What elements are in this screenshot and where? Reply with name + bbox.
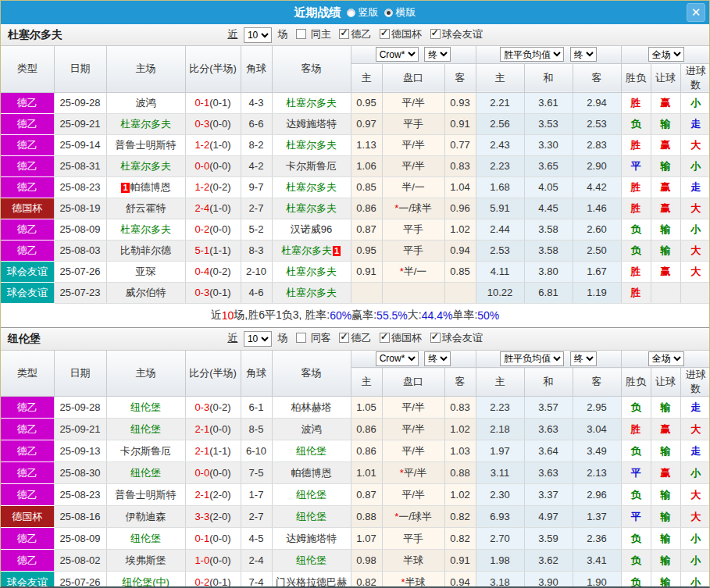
type-cell: 德乙	[1, 397, 54, 419]
score-cell: 0-4(0-2)	[185, 261, 241, 282]
match-row: 德乙25-08-09杜塞尔多夫0-2(0-0)5-2汉诺威960.87平手1.0…	[1, 219, 710, 240]
match-row: 球会友谊25-07-23威尔伯特0-3(0-1)4-6杜塞尔多夫10.226.8…	[1, 282, 710, 303]
close-button[interactable]: ✕	[687, 3, 705, 22]
avg-win-cell: 3.18	[476, 572, 524, 588]
odds-stage-select[interactable]: 终	[424, 351, 451, 366]
filter-league2-checkbox[interactable]	[339, 29, 349, 39]
wdl-avg-select[interactable]: 胜平负均值	[500, 351, 564, 366]
score-cell: 0-1(0-0)	[185, 528, 241, 550]
odds-home-cell: 1.05	[351, 397, 382, 419]
filter-cup-checkbox[interactable]	[380, 333, 390, 343]
outcome-cell: 平	[621, 506, 651, 528]
team-name: 纽伦堡	[8, 332, 41, 346]
avg-draw-cell: 3.90	[524, 572, 573, 588]
type-cell: 德乙	[1, 550, 54, 572]
avg-draw-cell: 3.63	[524, 462, 573, 484]
handicap-outcome-cell: 赢	[651, 419, 680, 440]
bookmaker-group: Crow* 终	[351, 46, 476, 63]
score-cell: 5-1(1-1)	[185, 240, 241, 261]
outcome-cell: 胜	[621, 134, 651, 155]
corners-cell: 7-4	[241, 572, 272, 588]
sub-avg-lose: 客	[573, 368, 621, 397]
odds-home-cell: 0.86	[351, 440, 382, 462]
avg-win-cell: 6.93	[476, 506, 524, 528]
odds-home-cell: 0.91	[351, 261, 382, 282]
avg-win-cell: 2.56	[476, 113, 524, 134]
summary-segment: 大:	[408, 308, 422, 323]
filter-friendly-checkbox[interactable]	[430, 333, 441, 343]
avg-draw-cell: 4.45	[524, 198, 573, 219]
wdl-stage-select[interactable]: 终	[570, 351, 597, 366]
away-team-cell: 杜塞尔多夫	[272, 282, 351, 303]
outcome-cell: 负	[621, 440, 651, 462]
type-cell: 德乙	[1, 419, 54, 440]
corners-cell: 9-7	[241, 176, 272, 198]
corners-cell: 8-3	[241, 240, 272, 261]
home-team-cell: 纽伦堡	[106, 528, 185, 550]
filter-league2-checkbox[interactable]	[339, 333, 349, 343]
same-venue-checkbox[interactable]	[296, 333, 306, 343]
bookmaker-select[interactable]: Crow*	[376, 351, 419, 366]
date-cell: 25-08-09	[54, 528, 106, 550]
home-team-cell: 纽伦堡	[106, 419, 185, 440]
avg-win-cell: 2.23	[476, 397, 524, 419]
odds-stage-select[interactable]: 终	[424, 47, 451, 62]
score-cell: 2-1(2-0)	[185, 484, 241, 506]
corners-cell: 4-3	[241, 92, 272, 113]
outcome-cell: 平	[621, 155, 651, 176]
wdl-avg-select[interactable]: 胜平负均值	[500, 47, 564, 62]
home-team-cell: 威尔伯特	[106, 282, 185, 303]
avg-win-cell: 2.44	[476, 219, 524, 240]
match-count-select[interactable]: 10	[244, 331, 272, 347]
layout-radio-vertical[interactable]: 竖版	[347, 5, 379, 20]
odds-home-cell: 0.88	[351, 506, 382, 528]
odds-home-cell	[351, 282, 382, 303]
same-venue-checkbox[interactable]	[296, 29, 306, 39]
filter-cup-checkbox[interactable]	[380, 29, 390, 39]
date-cell: 25-08-31	[54, 155, 106, 176]
home-team-cell: 普鲁士明斯特	[106, 484, 185, 506]
outcome-cell: 负	[621, 550, 651, 572]
type-cell: 德乙	[1, 528, 54, 550]
close-icon: ✕	[691, 5, 701, 20]
type-cell: 球会友谊	[1, 572, 54, 588]
odds-away-cell: 1.04	[444, 176, 476, 198]
filter-friendly-checkbox[interactable]	[430, 29, 441, 39]
sub-handicap-outcome: 让球	[651, 368, 680, 397]
avg-win-cell: 2.21	[476, 92, 524, 113]
home-team-cell: 杜塞尔多夫	[106, 219, 185, 240]
handicap-cell: 平/半	[382, 419, 444, 440]
games-label: 场	[278, 28, 288, 40]
home-team-cell: 纽伦堡	[106, 462, 185, 484]
radio-checked-icon	[384, 9, 393, 17]
odds-home-cell: 0.87	[351, 219, 382, 240]
sub-handicap-outcome: 让球	[651, 63, 680, 92]
bookmaker-select[interactable]: Crow*	[376, 47, 419, 62]
odds-away-cell	[444, 282, 476, 303]
wdl-stage-select[interactable]: 终	[570, 47, 597, 62]
handicap-outcome-cell: 赢	[651, 261, 680, 282]
handicap-outcome-cell	[651, 282, 680, 303]
near-label: 近	[227, 332, 237, 344]
odds-away-cell: 1.02	[444, 419, 476, 440]
goals-outcome-cell: 大	[680, 419, 710, 440]
col-away: 客场	[272, 351, 351, 397]
layout-radio-horizontal[interactable]: 横版	[384, 5, 416, 20]
handicap-cell: *半球	[382, 572, 444, 588]
fulltime-select[interactable]: 全场	[648, 351, 684, 366]
match-row: 德乙25-08-23普鲁士明斯特2-1(2-0)1-7纽伦堡0.87平/半1.0…	[1, 484, 710, 506]
col-corner: 角球	[241, 46, 272, 92]
avg-draw-cell: 3.62	[524, 550, 573, 572]
handicap-cell: *平/半	[382, 462, 444, 484]
avg-lose-cell: 1.37	[573, 506, 621, 528]
handicap-cell: 平手	[382, 528, 444, 550]
titlebar: 近期战绩 竖版 横版 ✕	[1, 1, 709, 24]
match-count-select[interactable]: 10	[244, 27, 272, 43]
fulltime-select[interactable]: 全场	[648, 47, 684, 62]
away-team-cell: 达姆施塔特	[272, 113, 351, 134]
summary-segment: 60%	[330, 309, 351, 322]
outcome-cell: 胜	[621, 282, 651, 303]
sub-goals: 进球数	[680, 63, 710, 92]
games-label: 场	[278, 332, 288, 344]
type-cell: 德乙	[1, 113, 54, 134]
